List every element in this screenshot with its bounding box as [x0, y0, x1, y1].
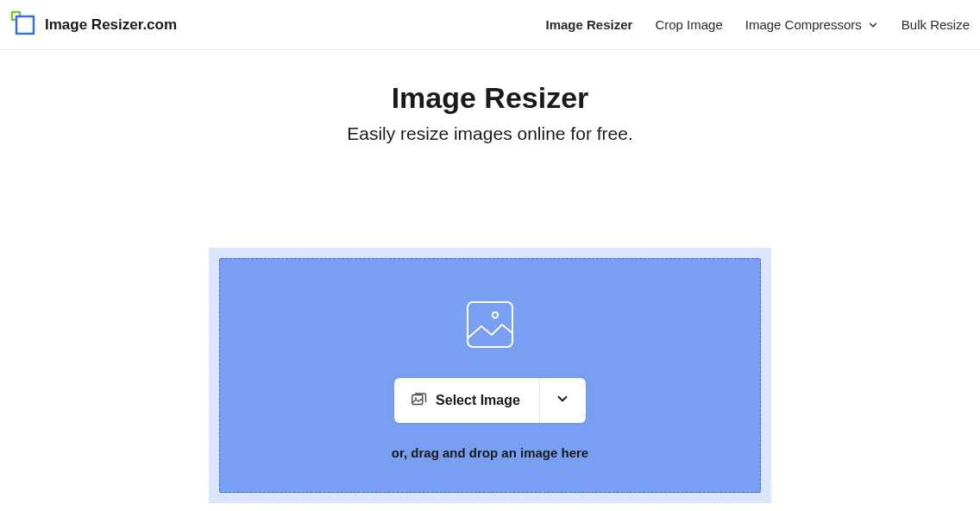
upload-card: Select Image or, drag and drop an image …: [209, 248, 771, 503]
nav-bulk-resize[interactable]: Bulk Resize: [901, 17, 970, 32]
select-image-dropdown-button[interactable]: [539, 378, 586, 423]
nav-image-compressors-label: Image Compressors: [745, 17, 862, 32]
brand-name: Image Resizer.com: [45, 16, 177, 34]
select-image-label: Select Image: [436, 393, 520, 408]
nav-image-resizer[interactable]: Image Resizer: [545, 17, 632, 32]
chevron-down-icon: [867, 19, 879, 31]
svg-rect-1: [16, 16, 34, 34]
svg-point-5: [415, 397, 417, 399]
upload-card-wrap: Select Image or, drag and drop an image …: [0, 248, 980, 503]
site-header: Image Resizer.com Image Resizer Crop Ima…: [0, 0, 980, 50]
chevron-down-icon: [555, 391, 570, 410]
logo-icon: [10, 10, 36, 40]
image-placeholder-icon: [466, 300, 514, 352]
svg-rect-2: [468, 302, 512, 347]
select-image-group: Select Image: [394, 378, 586, 423]
dropzone-text: or, drag and drop an image here: [392, 445, 588, 460]
svg-point-3: [493, 312, 498, 317]
nav-crop-image[interactable]: Crop Image: [655, 17, 722, 32]
page-title: Image Resizer: [0, 81, 980, 115]
page-subtitle: Easily resize images online for free.: [0, 123, 980, 144]
hero: Image Resizer Easily resize images onlin…: [0, 81, 980, 144]
dropzone[interactable]: Select Image or, drag and drop an image …: [219, 258, 761, 493]
images-icon: [411, 392, 427, 409]
select-image-button[interactable]: Select Image: [394, 378, 539, 423]
nav-image-compressors[interactable]: Image Compressors: [745, 17, 879, 32]
main-nav: Image Resizer Crop Image Image Compresso…: [545, 17, 970, 32]
brand-link[interactable]: Image Resizer.com: [10, 10, 177, 40]
